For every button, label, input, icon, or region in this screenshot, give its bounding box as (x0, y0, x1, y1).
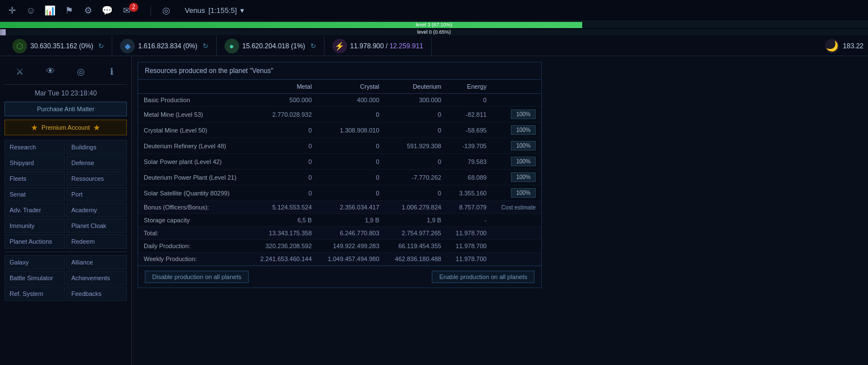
menu-item-feedbacks[interactable]: Feedbacks (66, 286, 127, 301)
total-deuterium: 2.754.977.265 (385, 227, 447, 240)
col-header-deuterium: Deuterium (385, 80, 447, 94)
row-energy: 68.089 (447, 170, 492, 185)
menu-item-research[interactable]: Research (4, 140, 65, 154)
deuterium-refresh-icon[interactable]: ↻ (310, 42, 316, 50)
row-pct[interactable]: 100% (492, 107, 541, 122)
resource-bar: ⬡ 30.630.351.162 (0%) ↻ ◆ 1.616.823.834 … (0, 36, 868, 56)
row-deuterium: 0 (385, 154, 447, 170)
metal-icon: ⬡ (12, 39, 27, 53)
panel-footer: Disable production on all planets Enable… (138, 266, 541, 288)
row-pct[interactable]: 100% (492, 122, 541, 138)
storage-deuterium: 1,9 B (385, 214, 447, 227)
progress-bar-2-label: level 0 (0.65%) (417, 29, 451, 35)
bonus-row: Bonus (Officers/Bonus): 5.124.553.524 2.… (138, 201, 541, 214)
storage-crystal: 1,9 B (317, 214, 385, 227)
table-row: Solar Satellite (Quantity 80299) 0 0 0 3… (138, 185, 541, 201)
row-metal: 0 (250, 185, 317, 201)
menu-item-senat[interactable]: Senat (4, 187, 65, 202)
total-energy: 11.978.700 (447, 227, 492, 240)
row-energy: -139.705 (447, 138, 492, 154)
menu-item-battle-simulator[interactable]: Battle Simulator (4, 271, 65, 285)
planet-name: Venus (185, 6, 205, 15)
pct-button[interactable]: 100% (511, 172, 536, 182)
menu-item-fleets[interactable]: Fleets (4, 171, 65, 186)
filter-icon[interactable]: ⚑ (63, 4, 75, 17)
energy-value: 11.978.900 / 12.259.911 (350, 42, 423, 50)
total-crystal: 6.246.770.803 (317, 227, 385, 240)
menu-item-galaxy[interactable]: Galaxy (4, 255, 65, 270)
energy-resource: ⚡ 11.978.900 / 12.259.911 (325, 36, 432, 56)
menu-item-immunity[interactable]: Immunity (4, 218, 65, 233)
row-pct[interactable]: 100% (492, 138, 541, 154)
info-icon[interactable]: ℹ (103, 63, 120, 80)
enable-production-button[interactable]: Enable production on all planets (432, 271, 534, 283)
row-name: Basic Production (138, 94, 250, 107)
pct-button[interactable]: 100% (511, 188, 536, 198)
row-name: Solar Power plant (Level 42) (138, 154, 250, 170)
bonus-label: Bonus (Officers/Bonus): (138, 201, 250, 214)
col-header-metal: Metal (250, 80, 317, 94)
row-crystal: 400.000 (317, 94, 385, 107)
stats-icon[interactable]: 📊 (44, 4, 56, 17)
menu-item-redeem[interactable]: Redeem (66, 234, 127, 249)
menu-item-academy[interactable]: Academy (66, 203, 127, 217)
menu-item-shipyard[interactable]: Shipyard (4, 156, 65, 170)
row-energy: -58.695 (447, 122, 492, 138)
row-metal: 0 (250, 122, 317, 138)
production-panel: Resources produced on the planet "Venus"… (138, 62, 542, 288)
row-metal: 500.000 (250, 94, 317, 107)
row-deuterium: 0 (385, 185, 447, 201)
chat-icon[interactable]: 💬 (101, 4, 113, 17)
panel-title: Resources produced on the planet "Venus" (138, 62, 541, 80)
premium-label: Premium Account (42, 124, 90, 131)
disable-production-button[interactable]: Disable production on all planets (145, 271, 249, 283)
row-crystal: 0 (317, 154, 385, 170)
crystal-refresh-icon[interactable]: ↻ (203, 42, 208, 50)
progress-bar-1-label: level 3 (67.10%) (415, 22, 452, 28)
pct-button[interactable]: 100% (511, 157, 536, 166)
weekly-energy: 11.978.700 (447, 253, 492, 266)
progress-bar-2: level 0 (0.65%) (0, 29, 868, 35)
pct-button[interactable]: 100% (511, 141, 536, 150)
row-metal: 0 (250, 154, 317, 170)
menu-item-ressources[interactable]: Ressources (66, 171, 127, 186)
bonus-energy: 8.757.079 (447, 201, 492, 214)
sword-icon[interactable]: ⚔ (11, 63, 28, 80)
row-crystal: 0 (317, 185, 385, 201)
target-icon[interactable]: ◎ (72, 63, 89, 80)
menu-item-defense[interactable]: Defense (66, 156, 127, 170)
menu-item-port[interactable]: Port (66, 187, 127, 202)
menu-item-achievements[interactable]: Achievements (66, 271, 127, 285)
row-pct[interactable]: 100% (492, 154, 541, 170)
eye-icon[interactable]: 👁 (42, 63, 59, 80)
daily-crystal: 149.922.499.283 (317, 240, 385, 253)
face-icon[interactable]: ☺ (25, 4, 37, 17)
premium-account-button[interactable]: ★ Premium Account ★ (4, 120, 127, 135)
menu-item-buildings[interactable]: Buildings (66, 140, 127, 154)
pct-button[interactable]: 100% (511, 125, 536, 135)
menu-item-planet-auctions[interactable]: Planet Auctions (4, 234, 65, 249)
row-metal: 2.770.028.932 (250, 107, 317, 122)
pct-button[interactable]: 100% (511, 110, 536, 119)
row-deuterium: 300.000 (385, 94, 447, 107)
dropdown-arrow-icon[interactable]: ▾ (240, 6, 244, 15)
weekly-label: Weekly Production: (138, 253, 250, 266)
storage-metal: 6,5 B (250, 214, 317, 227)
research-nav-icon[interactable]: ◎ (160, 4, 172, 17)
menu-item-ref-system[interactable]: Ref. System (4, 286, 65, 301)
row-name: Solar Satellite (Quantity 80299) (138, 185, 250, 201)
menu-item-alliance[interactable]: Alliance (66, 255, 127, 270)
total-row: Total: 13.343.175.358 6.246.770.803 2.75… (138, 227, 541, 240)
menu-item-adv-trader[interactable]: Adv. Trader (4, 203, 65, 217)
planet-selector[interactable]: Venus [1:155:5] ▾ (185, 6, 244, 15)
storage-row: Storage capacity 6,5 B 1,9 B 1,9 B - (138, 214, 541, 227)
metal-refresh-icon[interactable]: ↻ (98, 42, 104, 50)
crystal-resource: ◆ 1.616.823.834 (0%) ↻ (112, 36, 216, 56)
row-pct[interactable]: 100% (492, 170, 541, 185)
menu-item-planet-cloak[interactable]: Planet Cloak (66, 218, 127, 233)
options-icon[interactable]: ⚙ (82, 4, 94, 17)
row-pct[interactable]: 100% (492, 185, 541, 201)
crosshair-icon[interactable]: ✛ (6, 4, 18, 17)
purchase-antimatter-button[interactable]: Purchase Anti Matter (4, 102, 127, 116)
moon-icon[interactable]: 🌙 (825, 39, 839, 53)
